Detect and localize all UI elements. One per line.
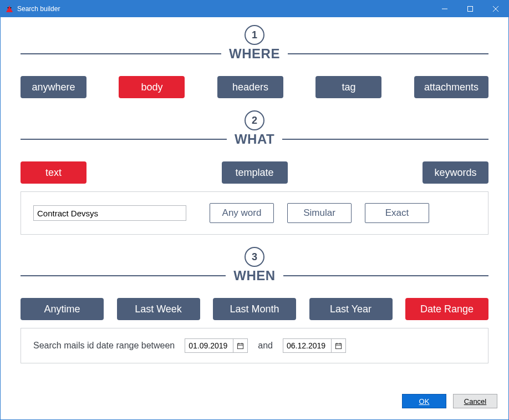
maximize-button[interactable] <box>457 1 483 17</box>
what-text-panel: Any word Simular Exact <box>21 191 488 235</box>
step-number-1: 1 <box>245 25 264 45</box>
ok-button[interactable]: OK <box>402 394 446 408</box>
date-range-label: Search mails id date range between <box>33 341 175 351</box>
when-date-range-button[interactable]: Date Range <box>405 298 488 320</box>
window-title: Search builder <box>17 5 60 13</box>
close-button[interactable] <box>483 1 508 17</box>
section-label-what: WHAT <box>235 131 274 147</box>
where-tag-button[interactable]: tag <box>315 76 381 98</box>
date-range-and-label: and <box>258 341 273 351</box>
what-text-button[interactable]: text <box>21 161 86 184</box>
where-anywhere-button[interactable]: anywhere <box>21 76 86 98</box>
svg-point-1 <box>11 7 12 8</box>
calendar-icon[interactable] <box>233 338 248 353</box>
section-label-where: WHERE <box>229 46 280 62</box>
app-icon <box>5 4 14 13</box>
when-last-month-button[interactable]: Last Month <box>213 298 296 320</box>
titlebar: Search builder <box>1 1 508 17</box>
svg-rect-10 <box>335 343 341 348</box>
section-label-when: WHEN <box>233 268 275 284</box>
what-keywords-button[interactable]: keywords <box>423 161 488 184</box>
date-from-input[interactable] <box>185 338 233 353</box>
match-exact-button[interactable]: Exact <box>365 203 429 223</box>
calendar-icon[interactable] <box>332 338 346 353</box>
step-number-2: 2 <box>245 110 264 130</box>
dialog-actions: OK Cancel <box>1 394 508 419</box>
where-body-button[interactable]: body <box>119 76 185 98</box>
match-any-word-button[interactable]: Any word <box>210 203 274 223</box>
where-headers-button[interactable]: headers <box>217 76 283 98</box>
when-anytime-button[interactable]: Anytime <box>21 298 104 320</box>
minimize-button[interactable] <box>432 1 457 17</box>
search-text-input[interactable] <box>33 205 186 221</box>
where-attachments-button[interactable]: attachments <box>414 76 488 98</box>
cancel-button[interactable]: Cancel <box>453 394 497 408</box>
date-to-input[interactable] <box>283 338 332 353</box>
section-when: 3 WHEN Anytime Last Week Last Month Last… <box>21 247 488 363</box>
when-last-year-button[interactable]: Last Year <box>309 298 393 320</box>
svg-rect-3 <box>468 7 473 12</box>
section-what: 2 WHAT text template keywords Any word S… <box>21 110 488 235</box>
step-number-3: 3 <box>245 247 264 267</box>
svg-rect-6 <box>238 343 243 348</box>
when-last-week-button[interactable]: Last Week <box>117 298 200 320</box>
date-range-panel: Search mails id date range between and <box>21 328 488 363</box>
search-builder-window: Search builder 1 WHERE anywhere <box>0 0 509 420</box>
svg-point-0 <box>8 7 9 8</box>
section-where: 1 WHERE anywhere body headers tag attach… <box>21 25 488 98</box>
what-template-button[interactable]: template <box>222 161 288 184</box>
match-simular-button[interactable]: Simular <box>287 203 352 223</box>
